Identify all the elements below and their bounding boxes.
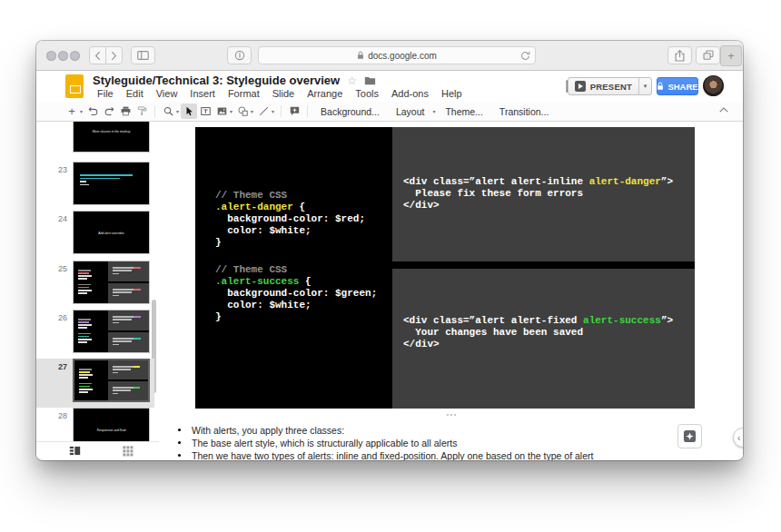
zoom-button[interactable] bbox=[160, 103, 176, 119]
insert-shape-button[interactable] bbox=[234, 103, 251, 119]
transition-button[interactable]: Transition... bbox=[491, 106, 557, 117]
collapse-toolbar-button[interactable] bbox=[719, 107, 728, 113]
slide-thumbnail-partial[interactable]: More classes in the markup bbox=[36, 122, 154, 158]
collapse-panel-button[interactable]: ‹ bbox=[733, 428, 743, 448]
mini-html-box bbox=[108, 360, 148, 379]
slide-number: 25 bbox=[49, 264, 67, 273]
code-line: .alert-success { bbox=[215, 276, 377, 288]
slide-thumbnail-25[interactable]: 25 bbox=[36, 261, 154, 310]
star-icon[interactable]: ☆ bbox=[347, 75, 357, 86]
slide-thumbnail-27[interactable]: 27 bbox=[36, 359, 154, 408]
play-icon bbox=[575, 81, 586, 92]
menu-view[interactable]: View bbox=[150, 88, 184, 99]
code-token: } bbox=[215, 237, 222, 248]
slide-thumbnail-26[interactable]: 26 bbox=[36, 310, 154, 359]
grid-view-button[interactable] bbox=[123, 446, 133, 457]
insert-image-button[interactable] bbox=[213, 103, 230, 119]
mini-text-line bbox=[78, 287, 89, 289]
back-button[interactable] bbox=[89, 46, 106, 64]
layout-button[interactable]: Layout bbox=[388, 106, 433, 117]
background-button[interactable]: Background... bbox=[312, 106, 388, 117]
theme-button[interactable]: Theme... bbox=[437, 106, 490, 117]
zoom-button[interactable] bbox=[70, 51, 80, 61]
browser-share-button[interactable] bbox=[667, 46, 692, 64]
mini-text-line bbox=[113, 366, 140, 368]
select-tool-button[interactable] bbox=[181, 103, 197, 119]
caret-down-icon[interactable]: ▾ bbox=[272, 108, 274, 114]
safari-window: docs.google.com + Styleguide/Technical 3… bbox=[36, 41, 743, 460]
minimize-button[interactable] bbox=[58, 51, 68, 61]
mini-text-line bbox=[79, 389, 93, 390]
menu-arrange[interactable]: Arrange bbox=[301, 88, 349, 99]
thumbnail-preview: Responsive and fluid bbox=[73, 408, 150, 441]
notes-resize-handle[interactable] bbox=[447, 414, 456, 416]
slide-thumbnail-28[interactable]: 28Responsive and fluid bbox=[36, 408, 154, 441]
share-label: SHARE bbox=[667, 82, 697, 92]
insert-line-button[interactable] bbox=[255, 103, 272, 119]
close-button[interactable] bbox=[46, 51, 56, 61]
code-token: .alert-danger bbox=[215, 202, 293, 212]
caret-down-icon[interactable]: ▾ bbox=[80, 108, 83, 114]
mini-css-panel bbox=[74, 261, 108, 303]
redo-button[interactable] bbox=[101, 103, 117, 119]
new-tab-button[interactable]: + bbox=[720, 45, 742, 66]
insert-comment-button[interactable] bbox=[286, 103, 302, 119]
code-line: color: $white; bbox=[215, 225, 365, 237]
note-bullet-item: Then we have two types of alerts: inline… bbox=[178, 449, 661, 460]
printer-icon bbox=[121, 106, 131, 116]
present-button[interactable]: PRESENT bbox=[568, 78, 638, 94]
image-icon bbox=[217, 106, 227, 116]
share-button[interactable]: SHARE bbox=[657, 77, 698, 95]
mini-css-panel bbox=[74, 310, 108, 352]
mini-text-line bbox=[79, 374, 93, 376]
menu-insert[interactable]: Insert bbox=[183, 88, 222, 99]
sidebar-button[interactable] bbox=[131, 46, 155, 64]
explore-button[interactable] bbox=[677, 424, 702, 448]
filmstrip-view-button[interactable] bbox=[69, 446, 81, 456]
nav-buttons bbox=[89, 46, 123, 64]
current-slide[interactable]: // Theme CSS.alert-danger { background-c… bbox=[195, 127, 695, 409]
insert-text-box-button[interactable] bbox=[197, 103, 213, 119]
menu-slide[interactable]: Slide bbox=[266, 88, 301, 99]
menu-help[interactable]: Help bbox=[435, 88, 469, 99]
forward-button[interactable] bbox=[105, 46, 123, 64]
caret-down-icon[interactable]: ▾ bbox=[251, 108, 253, 114]
html-success-code-block: <div class=”alert alert-fixed alert-succ… bbox=[403, 315, 673, 350]
menu-tools[interactable]: Tools bbox=[349, 88, 385, 99]
bullet-icon bbox=[178, 429, 181, 431]
code-line: Your changes have been saved bbox=[403, 327, 673, 339]
mini-html-box bbox=[108, 381, 148, 400]
caret-down-icon[interactable]: ▾ bbox=[432, 108, 435, 114]
extension-button[interactable] bbox=[227, 46, 252, 64]
menu-format[interactable]: Format bbox=[222, 88, 266, 99]
tab-overview-button[interactable] bbox=[696, 46, 720, 64]
paint-format-button[interactable] bbox=[133, 103, 150, 119]
code-token: Your changes have been saved bbox=[403, 327, 583, 338]
menu-addons[interactable]: Add-ons bbox=[385, 88, 435, 99]
mini-html-box bbox=[108, 283, 149, 303]
caret-down-icon[interactable]: ▾ bbox=[176, 108, 179, 114]
speaker-notes[interactable]: With alerts, you apply three classes:The… bbox=[159, 419, 743, 459]
menu-file[interactable]: File bbox=[91, 88, 120, 99]
code-line: } bbox=[215, 311, 377, 323]
address-bar[interactable]: docs.google.com bbox=[258, 46, 536, 64]
reload-button[interactable] bbox=[520, 51, 530, 61]
google-slides-logo[interactable] bbox=[65, 74, 84, 98]
present-options-button[interactable]: ▾ bbox=[638, 78, 651, 94]
code-token: alert-success bbox=[583, 315, 661, 326]
extension-icon bbox=[234, 50, 245, 61]
undo-button[interactable] bbox=[84, 103, 101, 119]
folder-icon[interactable] bbox=[364, 76, 376, 85]
new-slide-button[interactable]: + bbox=[64, 103, 80, 119]
document-title[interactable]: Styleguide/Technical 3: Styleguide overv… bbox=[93, 74, 340, 87]
caret-down-icon[interactable]: ▾ bbox=[230, 108, 232, 114]
print-button[interactable] bbox=[117, 103, 133, 119]
avatar[interactable] bbox=[703, 75, 724, 96]
slide-thumbnail-23[interactable]: 23 bbox=[36, 162, 154, 211]
menu-edit[interactable]: Edit bbox=[120, 88, 150, 99]
title-row: Styleguide/Technical 3: Styleguide overv… bbox=[93, 73, 376, 88]
mini-text-line bbox=[113, 344, 118, 346]
thumbnail-preview: Add alert overrides bbox=[73, 211, 150, 254]
code-line: // Theme CSS bbox=[215, 190, 365, 202]
slide-thumbnail-24[interactable]: 24Add alert overrides bbox=[36, 211, 154, 260]
